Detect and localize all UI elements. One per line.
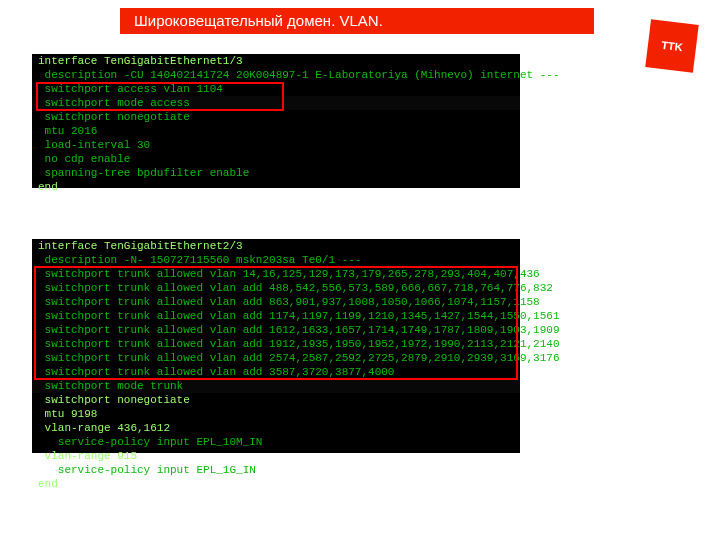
- cfg-line: service-policy input EPL_10M_IN: [32, 435, 520, 449]
- cfg-line: switchport nonegotiate: [32, 393, 520, 407]
- slide-title-bar: Широковещательный домен. VLAN.: [120, 8, 594, 34]
- highlight-box-trunk: [34, 266, 518, 380]
- cfg-line: load-interval 30: [32, 138, 520, 152]
- cfg-line: interface TenGigabitEthernet1/3: [32, 54, 520, 68]
- ttk-logo: TTK: [645, 19, 698, 72]
- cfg-line: switchport nonegotiate: [32, 110, 520, 124]
- cfg-line: no cdp enable: [32, 152, 520, 166]
- cfg-line: service-policy input EPL_1G_IN: [32, 463, 520, 477]
- slide: Широковещательный домен. VLAN. TTK inter…: [0, 0, 720, 540]
- cfg-line: mtu 9198: [32, 407, 520, 421]
- slide-title: Широковещательный домен. VLAN.: [134, 12, 383, 29]
- cfg-line: vlan-range 436,1612: [32, 421, 520, 435]
- cfg-line: mtu 2016: [32, 124, 520, 138]
- cfg-line: spanning-tree bpdufilter enable: [32, 166, 520, 180]
- cfg-line: end: [32, 180, 520, 194]
- cfg-line: vlan-range 915: [32, 449, 520, 463]
- terminal-access: interface TenGigabitEthernet1/3 descript…: [32, 54, 520, 188]
- highlight-box-access: [36, 82, 284, 111]
- cfg-line: description -N- 150727115560 mskn203sa T…: [32, 253, 520, 267]
- cfg-line: description -CU 140402141724 20K004897-1…: [32, 68, 520, 82]
- cfg-line: end: [32, 477, 520, 491]
- cfg-line: interface TenGigabitEthernet2/3: [32, 239, 520, 253]
- cfg-line: switchport mode trunk: [32, 379, 520, 393]
- ttk-logo-text: TTK: [661, 39, 684, 54]
